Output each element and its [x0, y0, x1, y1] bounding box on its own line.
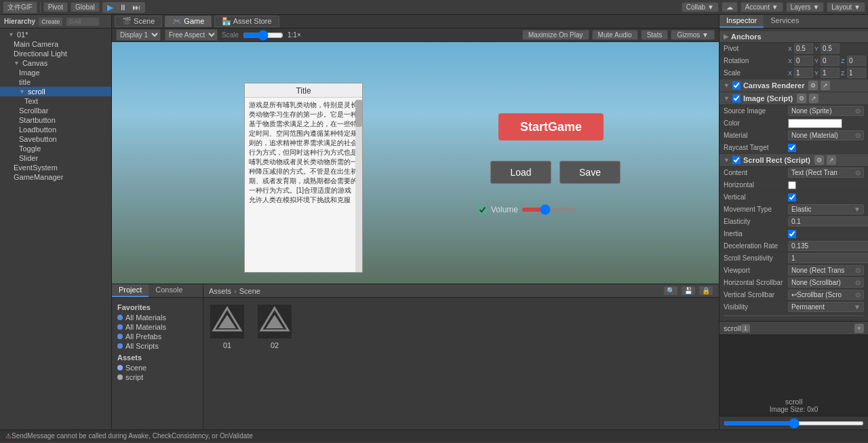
- start-game-button[interactable]: StartGame: [498, 113, 604, 140]
- scroll-sensitivity-input[interactable]: [788, 253, 868, 263]
- assets-scene-item[interactable]: Scene: [116, 363, 199, 372]
- hier-item-slider[interactable]: Slider: [0, 153, 111, 163]
- console-tab[interactable]: Console: [149, 284, 189, 297]
- hier-item-savebutton[interactable]: Savebutton: [0, 134, 111, 144]
- pivot-x-input[interactable]: [794, 43, 813, 54]
- scene-tab[interactable]: 🎬 Scene: [115, 16, 162, 27]
- rotation-y-input[interactable]: [821, 56, 840, 66]
- visibility-dropdown[interactable]: Permanent ▼: [788, 302, 864, 312]
- insp-bottom-add-button[interactable]: +: [854, 324, 864, 333]
- volume-slider[interactable]: [522, 208, 576, 212]
- collab-button[interactable]: Collab ▼: [682, 2, 719, 12]
- step-button[interactable]: ⏭: [130, 3, 142, 12]
- inertia-checkbox[interactable]: [788, 230, 796, 238]
- pivot-button[interactable]: Pivot: [43, 2, 68, 12]
- canvas-renderer-header[interactable]: ▼ Canvas Renderer ⚙ ↗: [719, 79, 868, 92]
- scroll-panel-thumb[interactable]: [355, 100, 362, 127]
- rotation-x-input[interactable]: [794, 56, 813, 66]
- anchors-section-header[interactable]: ▶ Anchors: [719, 31, 868, 43]
- scroll-rect-lock-button[interactable]: ↗: [827, 155, 836, 165]
- save-button[interactable]: Save: [559, 161, 620, 184]
- fav-all-prefabs[interactable]: All Prefabs: [116, 332, 199, 341]
- fav-all-materials-2[interactable]: All Materials: [116, 322, 199, 332]
- layout-button[interactable]: Layout ▼: [827, 2, 865, 12]
- layers-button[interactable]: Layers ▼: [786, 2, 825, 12]
- inspector-tab[interactable]: Inspector: [719, 15, 764, 28]
- image-script-header[interactable]: ▼ Image (Script) ⚙ ↗: [719, 92, 868, 105]
- image-script-gear-button[interactable]: ⚙: [797, 94, 806, 103]
- content-dropdown[interactable]: Text (Rect Tran ⊙: [788, 168, 864, 178]
- hier-item-toggle[interactable]: Toggle: [0, 144, 111, 153]
- assets-script-item[interactable]: script: [116, 372, 199, 382]
- stats-button[interactable]: Stats: [641, 30, 669, 40]
- color-swatch[interactable]: [788, 119, 842, 128]
- deceleration-input[interactable]: [788, 241, 868, 251]
- movement-type-dropdown[interactable]: Elastic ▼: [788, 204, 864, 214]
- hier-item-startbutton[interactable]: Startbutton: [0, 115, 111, 125]
- scroll-panel-content[interactable]: 游戏是所有哺乳类动物，特别是灵长类动物学习生存的第一步。它是一种基于物质需求满足…: [245, 98, 362, 208]
- fav-all-materials-1[interactable]: All Materials: [116, 313, 199, 322]
- scale-y-input[interactable]: [821, 68, 840, 78]
- hier-item-dir-light[interactable]: Directional Light: [0, 49, 111, 58]
- elasticity-input[interactable]: [788, 216, 868, 227]
- maximize-on-play-button[interactable]: Maximize On Play: [522, 30, 589, 40]
- scale-slider[interactable]: [243, 33, 283, 38]
- scroll-rect-header[interactable]: ▼ Scroll Rect (Script) ⚙ ↗: [719, 154, 868, 167]
- scroll-panel-scrollbar[interactable]: [355, 100, 362, 273]
- pause-button[interactable]: ⏸: [117, 3, 129, 12]
- hier-item-gamemanager[interactable]: GameManager: [0, 172, 111, 182]
- viewport-dropdown[interactable]: None (Rect Trans ⊙: [788, 265, 864, 275]
- scroll-rect-gear-button[interactable]: ⚙: [814, 155, 824, 165]
- h-scrollbar-dropdown[interactable]: None (Scrollbar) ⊙: [788, 277, 864, 288]
- hierarchy-create-button[interactable]: Create: [38, 17, 63, 26]
- cloud-button[interactable]: ☁: [722, 2, 738, 12]
- game-tab[interactable]: 🎮 Game: [165, 16, 212, 27]
- hier-item-title[interactable]: title: [0, 77, 111, 87]
- hier-item-loadbutton[interactable]: Loadbutton: [0, 125, 111, 134]
- hier-item-scrollbar[interactable]: Scrollbar: [0, 106, 111, 115]
- mute-audio-button[interactable]: Mute Audio: [592, 30, 638, 40]
- display-select[interactable]: Display 1: [116, 29, 161, 41]
- v-scrollbar-dropdown[interactable]: ↩Scrollbar (Scro ⊙: [788, 290, 864, 300]
- hier-item-eventsystem[interactable]: EventSystem: [0, 163, 111, 172]
- volume-checkbox[interactable]: [478, 206, 487, 214]
- asset-item-01[interactable]: 01: [210, 305, 244, 349]
- canvas-renderer-lock-button[interactable]: ↗: [821, 81, 830, 90]
- hier-item-01[interactable]: ▼ 01*: [0, 30, 111, 39]
- hier-item-scroll[interactable]: ▼ scroll: [0, 87, 111, 96]
- vertical-checkbox[interactable]: [788, 193, 796, 201]
- canvas-renderer-checkbox[interactable]: [732, 81, 741, 90]
- image-script-checkbox[interactable]: [732, 94, 741, 102]
- scale-z-input[interactable]: [847, 68, 866, 78]
- assets-save-button[interactable]: 💾: [681, 286, 696, 296]
- hier-item-main-camera[interactable]: Main Camera: [0, 39, 111, 49]
- hier-item-text[interactable]: Text: [0, 96, 111, 106]
- canvas-renderer-gear-button[interactable]: ⚙: [808, 81, 818, 90]
- play-button[interactable]: ▶: [105, 3, 115, 12]
- load-button[interactable]: Load: [490, 161, 551, 184]
- asset-store-tab[interactable]: 🏪 Asset Store: [214, 16, 279, 27]
- hier-item-canvas[interactable]: ▼ Canvas: [0, 58, 111, 68]
- hierarchy-search-input[interactable]: [66, 17, 100, 26]
- scale-x-input[interactable]: [794, 68, 813, 78]
- global-button[interactable]: Global: [71, 2, 100, 12]
- gizmos-button[interactable]: Gizmos ▼: [671, 30, 715, 40]
- image-script-lock-button[interactable]: ↗: [809, 94, 818, 103]
- rotation-z-input[interactable]: [847, 56, 866, 66]
- aspect-select[interactable]: Free Aspect: [165, 29, 218, 41]
- assets-lock-button[interactable]: 🔒: [698, 286, 713, 296]
- scroll-rect-checkbox[interactable]: [732, 156, 741, 164]
- file-gif-button[interactable]: 文件GIF: [3, 1, 37, 14]
- asset-item-02[interactable]: 02: [258, 305, 292, 349]
- services-tab[interactable]: Services: [764, 15, 806, 28]
- horizontal-checkbox[interactable]: [788, 181, 796, 189]
- fav-all-scripts[interactable]: All Scripts: [116, 341, 199, 351]
- hier-item-image[interactable]: Image: [0, 68, 111, 77]
- assets-search-button[interactable]: 🔍: [663, 286, 678, 296]
- raycast-checkbox[interactable]: [788, 144, 796, 152]
- account-button[interactable]: Account ▼: [741, 2, 783, 12]
- material-dropdown[interactable]: None (Material) ⊙: [788, 130, 864, 140]
- source-image-dropdown[interactable]: None (Sprite) ⊙: [788, 106, 864, 116]
- insp-zoom-slider[interactable]: [724, 421, 864, 425]
- project-tab[interactable]: Project: [112, 284, 149, 297]
